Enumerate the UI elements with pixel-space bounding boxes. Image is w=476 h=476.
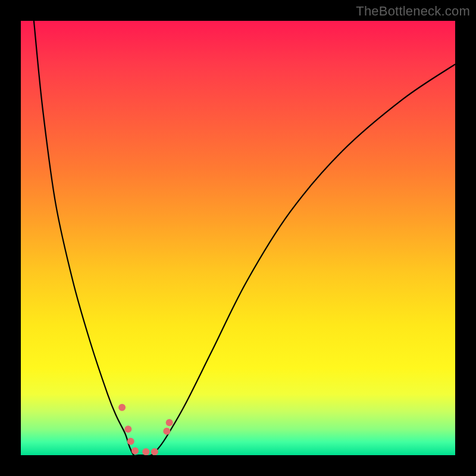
curve-marker: [131, 447, 139, 455]
curve-marker: [127, 438, 134, 445]
curve-marker: [163, 428, 170, 435]
curve-marker: [166, 419, 173, 426]
curve-svg: [21, 21, 455, 455]
plot-area: [21, 21, 455, 455]
curve-marker: [151, 448, 158, 455]
chart-frame: TheBottleneck.com: [0, 0, 476, 476]
bottleneck-curve: [34, 21, 455, 455]
curve-marker: [142, 448, 149, 455]
curve-marker: [118, 404, 126, 411]
curve-marker: [124, 425, 131, 433]
curve-markers: [118, 404, 173, 455]
watermark-text: TheBottleneck.com: [356, 4, 470, 19]
